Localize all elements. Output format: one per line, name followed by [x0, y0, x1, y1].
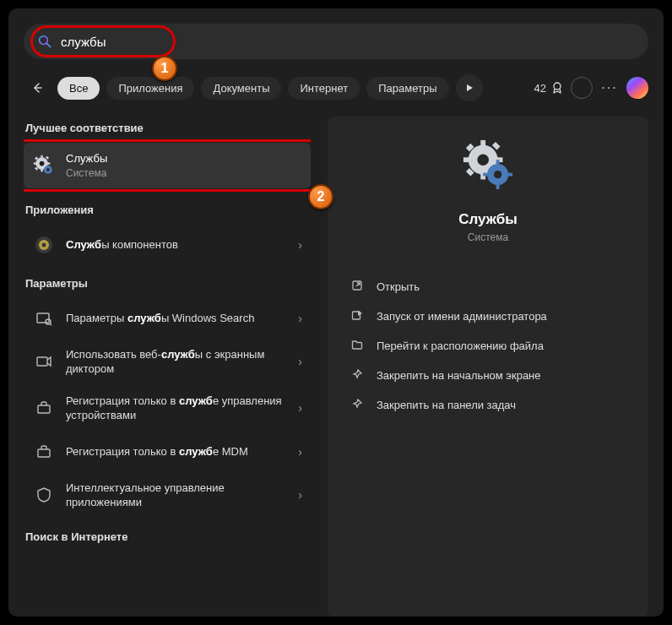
search-bar[interactable]: [24, 24, 648, 59]
svg-rect-7: [34, 162, 36, 164]
result-windows-search-settings[interactable]: Параметры службы Windows Search ›: [24, 298, 311, 339]
action-pin-taskbar[interactable]: Закрепить на панели задач: [343, 390, 633, 420]
filter-settings[interactable]: Параметры: [366, 77, 448, 100]
action-label: Закрепить на панели задач: [377, 399, 516, 411]
arrow-left-icon: [30, 81, 44, 95]
result-label: Параметры службы Windows Search: [66, 311, 288, 326]
chevron-right-icon: ›: [298, 488, 302, 502]
pin-icon: [350, 368, 365, 383]
action-label: Перейти к расположению файла: [377, 340, 544, 352]
svg-rect-12: [46, 156, 49, 160]
filter-row: Все Приложения Документы Интернет Параме…: [24, 74, 648, 101]
result-label: Интеллектуальное управление приложениями: [66, 481, 288, 510]
points-value: 42: [534, 82, 546, 95]
svg-line-1: [46, 43, 51, 47]
pin-icon: [350, 398, 365, 412]
action-open-location[interactable]: Перейти к расположению файла: [343, 331, 633, 361]
section-best-match: Лучшее соответствие: [25, 122, 311, 134]
result-mdm-only[interactable]: Регистрация только в службе MDM ›: [24, 432, 311, 472]
result-label: Использовать веб-службы с экранным дикто…: [66, 347, 288, 377]
svg-rect-20: [37, 357, 47, 366]
briefcase-icon: [32, 396, 56, 420]
svg-rect-38: [507, 173, 512, 177]
svg-rect-5: [41, 155, 42, 158]
search-settings-icon: [32, 307, 56, 330]
preview-column: Службы Система Открыть Запуск от имени а…: [328, 117, 648, 617]
filter-all[interactable]: Все: [57, 77, 100, 100]
chevron-right-icon: ›: [298, 401, 302, 415]
svg-rect-22: [38, 449, 50, 457]
search-input[interactable]: [61, 35, 635, 49]
svg-point-24: [477, 154, 489, 166]
gear-icon: [462, 139, 514, 194]
chevron-right-icon: ›: [298, 312, 302, 325]
chevron-right-icon: ›: [298, 355, 302, 368]
action-pin-start[interactable]: Закрепить на начальном экране: [343, 361, 633, 390]
result-label: Регистрация только в службе MDM: [66, 444, 288, 459]
filter-documents[interactable]: Документы: [201, 77, 281, 100]
folder-icon: [350, 339, 365, 353]
svg-point-4: [40, 161, 45, 166]
svg-rect-25: [480, 140, 485, 147]
action-label: Запуск от имени администратора: [377, 310, 547, 323]
preview-subtitle: Система: [343, 231, 633, 243]
back-button[interactable]: [24, 74, 51, 101]
admin-icon: [350, 309, 365, 323]
result-subtitle: Система: [66, 166, 302, 180]
result-label: Службы компонентов: [66, 237, 288, 253]
section-web-search: Поиск в Интернете: [25, 530, 311, 543]
play-icon: [465, 84, 474, 92]
section-settings: Параметры: [25, 277, 311, 290]
preview-pane: Службы Система Открыть Запуск от имени а…: [328, 117, 648, 617]
action-label: Закрепить на начальном экране: [377, 369, 541, 382]
annotation-badge-2: 2: [308, 184, 333, 209]
filter-apps[interactable]: Приложения: [106, 77, 194, 100]
svg-point-2: [554, 83, 561, 90]
svg-rect-35: [496, 160, 500, 165]
result-device-mgmt-only[interactable]: Регистрация только в службе управления у…: [24, 385, 311, 432]
svg-rect-32: [492, 142, 501, 150]
component-services-icon: [32, 233, 56, 257]
profile-button[interactable]: [571, 77, 593, 99]
filter-internet[interactable]: Интернет: [288, 77, 360, 100]
result-narrator-web-services[interactable]: Использовать веб-службы с экранным дикто…: [24, 339, 311, 385]
svg-point-17: [42, 242, 46, 247]
shield-icon: [32, 483, 56, 507]
briefcase-icon: [32, 440, 56, 464]
start-search-panel: Все Приложения Документы Интернет Параме…: [8, 8, 664, 617]
svg-rect-21: [38, 405, 50, 413]
result-smart-app-control[interactable]: Интеллектуальное управление приложениями…: [24, 472, 311, 519]
annotation-badge-1: 1: [152, 56, 177, 81]
svg-rect-27: [463, 157, 470, 162]
result-best-match[interactable]: Службы Система: [24, 143, 311, 188]
section-apps: Приложения: [25, 204, 311, 216]
chevron-right-icon: ›: [298, 238, 302, 252]
gear-icon: [32, 154, 56, 177]
chevron-right-icon: ›: [298, 445, 302, 459]
copilot-icon[interactable]: [626, 77, 648, 99]
svg-rect-36: [496, 184, 500, 189]
narrator-icon: [32, 350, 56, 373]
open-icon: [350, 280, 365, 294]
svg-rect-18: [37, 313, 49, 323]
svg-point-34: [494, 171, 501, 178]
filter-more-button[interactable]: [456, 74, 483, 101]
results-column: Лучшее соответствие Службы Система Прило…: [24, 117, 311, 617]
svg-rect-6: [41, 169, 42, 171]
action-open[interactable]: Открыть: [343, 272, 633, 302]
more-button[interactable]: ···: [599, 74, 620, 101]
result-title: Службы: [66, 151, 302, 166]
preview-title: Службы: [343, 211, 633, 228]
svg-point-14: [46, 168, 50, 171]
result-label: Регистрация только в службе управления у…: [66, 394, 288, 423]
action-run-as-admin[interactable]: Запуск от имени администратора: [343, 302, 633, 331]
action-label: Открыть: [377, 280, 420, 293]
medal-icon: [550, 81, 564, 95]
svg-rect-8: [47, 162, 50, 164]
search-icon: [37, 34, 52, 49]
svg-rect-37: [483, 173, 488, 177]
result-component-services[interactable]: Службы компонентов ›: [24, 225, 311, 265]
rewards-points[interactable]: 42: [534, 81, 564, 95]
